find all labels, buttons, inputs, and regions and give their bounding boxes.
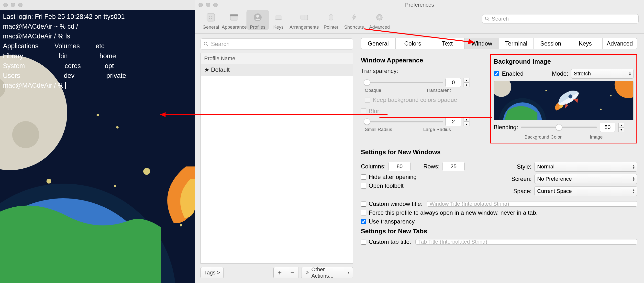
slider-thumb[interactable] [364,79,370,86]
profile-tab-strip: General Colors Text Window Terminal Sess… [361,38,637,49]
chevron-down-icon: ▾ [348,271,350,274]
new-tabs-title: Settings for New Tabs [361,227,637,235]
maximize-icon[interactable] [213,3,218,7]
blending-value-input[interactable] [600,123,616,132]
mouse-icon [326,12,337,23]
svg-point-3 [12,121,39,148]
chevron-down-icon[interactable]: ▾ [464,83,470,87]
chevron-down-icon[interactable]: ▾ [618,127,624,132]
blur-checkbox [361,108,366,114]
tab-terminal[interactable]: Terminal [499,38,534,49]
transparency-stepper[interactable]: ▴▾ [464,78,470,87]
custom-window-title-checkbox[interactable] [361,201,366,207]
custom-tab-title-checkbox[interactable] [361,239,366,244]
remove-profile-button[interactable]: − [286,267,299,278]
space-select[interactable]: Current Space▴▾ [534,186,637,196]
tab-session[interactable]: Session [534,38,568,49]
tab-text[interactable]: Text [430,38,464,49]
svg-point-15 [209,18,210,19]
toolbar-arrangements[interactable]: Arrangements [288,10,320,30]
toolbar-general[interactable]: General [200,10,222,30]
toolbar-keys[interactable]: Keys [270,10,287,30]
blending-slider[interactable] [521,127,597,128]
toolbar-search-input[interactable]: Search [482,14,638,24]
svg-rect-12 [207,14,215,21]
blur-slider[interactable] [365,121,443,122]
blur-value-input[interactable] [446,117,461,126]
tab-colors[interactable]: Colors [396,38,430,49]
slider-thumb[interactable] [556,124,562,130]
svg-point-7 [116,126,118,129]
bg-image-title: Background Image [494,58,634,65]
tab-advanced[interactable]: Advanced [603,38,637,49]
chevron-up-icon[interactable]: ▴ [618,123,624,127]
window-appearance-title: Window Appearance [361,57,483,64]
style-select[interactable]: Normal▴▾ [534,162,637,172]
other-actions-select[interactable]: Other Actions... ▾ [301,267,353,278]
transparency-slider[interactable] [365,82,443,83]
cursor-icon [65,82,69,89]
chevron-up-icon[interactable]: ▴ [464,78,470,83]
toolbar-advanced[interactable]: Advanced [367,10,392,30]
toolbelt-checkbox[interactable] [361,183,366,188]
svg-point-42 [546,90,547,91]
arrangements-icon [298,12,310,23]
terminal-body[interactable]: Last login: Fri Feb 25 10:28:42 on ttys0… [0,10,195,283]
minimize-icon[interactable] [206,3,210,7]
use-transparency-checkbox[interactable] [361,219,366,224]
transparency-label: Transparency: [361,68,483,74]
add-profile-button[interactable]: + [273,267,286,278]
toolbar-appearance[interactable]: Appearance [223,10,246,30]
preferences-title: Preferences [405,2,434,8]
terminal-titlebar [0,0,195,10]
custom-window-title-input[interactable] [427,201,637,207]
rows-input[interactable] [442,162,464,171]
svg-point-29 [204,42,207,45]
search-icon [204,42,208,47]
preferences-window: Preferences General Appearance Profiles … [195,0,644,283]
svg-point-11 [46,179,51,184]
new-windows-title: Settings for New Windows [361,148,637,156]
background-image-panel: Background Image Enabled Mode: Stretch ▴… [490,54,637,143]
close-icon[interactable] [198,3,203,7]
svg-point-9 [180,224,182,226]
tab-window[interactable]: Window [464,38,499,49]
bg-enabled-checkbox[interactable] [494,71,499,76]
tab-general[interactable]: General [361,38,396,49]
screen-select[interactable]: No Preference▴▾ [534,174,637,184]
force-new-window-checkbox[interactable] [361,210,366,215]
tags-button[interactable]: Tags > [200,267,224,278]
toolbar-shortcuts[interactable]: Shortcuts [342,10,366,30]
search-icon [485,17,490,21]
profile-list-header: Profile Name [201,53,353,64]
preferences-titlebar: Preferences [195,0,644,10]
columns-input[interactable] [388,162,410,171]
svg-point-40 [600,109,602,110]
svg-point-14 [211,16,212,17]
profile-row-default[interactable]: ★ Default [201,64,353,76]
minimize-icon[interactable] [11,3,15,7]
chevron-down-icon[interactable]: ▾ [464,122,470,126]
annotation-underline [380,117,492,118]
svg-point-16 [211,18,212,19]
svg-line-28 [488,20,489,21]
hide-checkbox[interactable] [361,174,366,180]
blending-stepper[interactable]: ▴▾ [618,123,624,132]
toolbar-pointer[interactable]: Pointer [321,10,341,30]
bg-image-preview[interactable] [494,81,634,120]
mode-select[interactable]: Stretch ▴▾ [571,69,634,79]
profile-list[interactable]: Profile Name ★ Default [200,53,353,264]
keep-opaque-label: Keep background colors opaque [372,96,457,103]
blur-stepper[interactable]: ▴▾ [464,117,470,126]
custom-tab-title-input[interactable] [416,239,637,244]
close-icon[interactable] [4,3,8,7]
slider-thumb[interactable] [364,119,370,125]
toolbar-profiles[interactable]: Profiles [246,10,269,30]
maximize-icon[interactable] [18,3,22,7]
svg-line-30 [207,45,208,46]
tab-keys[interactable]: Keys [568,38,603,49]
terminal-window: Last login: Fri Feb 25 10:28:42 on ttys0… [0,0,195,283]
profile-search-input[interactable]: Search [200,39,353,50]
svg-point-8 [114,185,116,187]
transparency-value-input[interactable] [446,78,461,87]
